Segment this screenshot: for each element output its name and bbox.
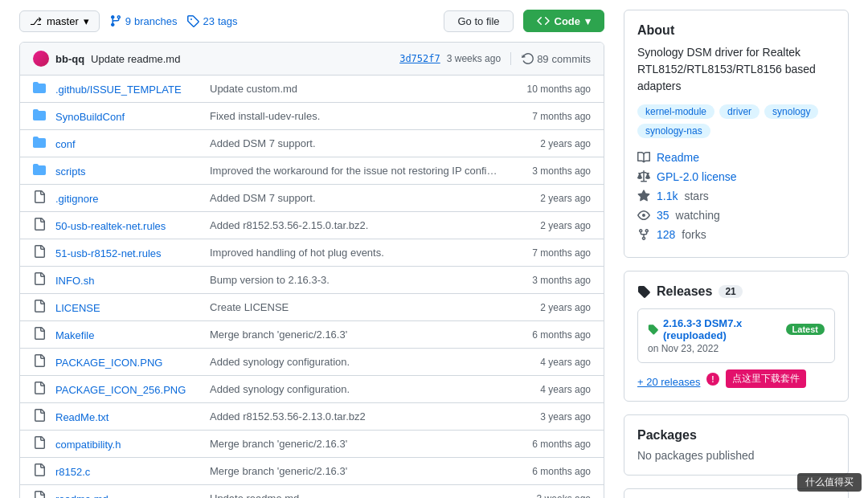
forks-link[interactable]: 128 forks — [637, 225, 835, 244]
file-name-link[interactable]: .gitignore — [55, 193, 98, 205]
file-name-link[interactable]: SynoBuildConf — [55, 111, 125, 123]
file-time: 7 months ago — [510, 111, 591, 122]
file-time: 2 years ago — [510, 138, 591, 149]
code-button[interactable]: Code ▾ — [523, 10, 605, 32]
file-commit-message: Bump version to 2.16.3-3. — [210, 274, 501, 286]
file-icon — [33, 327, 46, 342]
file-icon — [33, 272, 46, 288]
about-title: About — [637, 23, 835, 38]
file-icon — [33, 190, 46, 206]
folder-icon — [33, 136, 46, 151]
file-name-link[interactable]: scripts — [55, 165, 86, 178]
file-icon — [33, 354, 46, 369]
code-label: Code — [555, 15, 581, 27]
file-name-link[interactable]: PACKAGE_ICON_256.PNG — [55, 384, 186, 396]
balance-icon — [637, 170, 650, 183]
table-row: .github/ISSUE_TEMPLATEUpdate custom.md10… — [20, 76, 604, 103]
watermark: 什么值得买 — [797, 473, 862, 492]
about-meta: Readme GPL-2.0 license 1.1k stars 35 wat… — [637, 148, 835, 244]
go-to-file-button[interactable]: Go to file — [444, 10, 513, 32]
file-name-link[interactable]: 50-usb-realtek-net.rules — [55, 220, 166, 232]
download-tooltip[interactable]: 点这里下载套件 — [726, 369, 806, 388]
license-link[interactable]: GPL-2.0 license — [637, 167, 835, 186]
file-name-link[interactable]: conf — [55, 138, 76, 150]
file-name-link[interactable]: Makefile — [55, 329, 94, 341]
file-time: 6 months ago — [510, 466, 591, 477]
alert-icon: ! — [706, 373, 719, 386]
branches-count: 9 — [125, 15, 131, 27]
file-name-link[interactable]: LICENSE — [55, 302, 100, 314]
topic-badge[interactable]: driver — [719, 104, 760, 119]
watching-link[interactable]: 35 watching — [637, 206, 835, 225]
file-name-link[interactable]: readme.md — [55, 493, 108, 499]
file-time: 2 years ago — [510, 220, 591, 231]
file-name-link[interactable]: PACKAGE_ICON.PNG — [55, 357, 162, 369]
file-time: 3 months ago — [510, 165, 591, 177]
about-description: Synology DSM driver for Realtek RTL8152/… — [637, 44, 835, 95]
file-commit-message: Improved handling of hot plug events. — [210, 247, 501, 259]
tags-link[interactable]: 23 tags — [186, 14, 237, 27]
branch-count-icon — [109, 14, 122, 27]
commits-count: 89 — [537, 53, 548, 65]
file-commit-message: Added synology configuration. — [210, 383, 501, 395]
file-name-link[interactable]: ReadMe.txt — [55, 411, 108, 423]
file-commit-message: Added synology configuration. — [210, 356, 501, 368]
file-name-link[interactable]: compatibility.h — [55, 439, 121, 451]
file-commit-message: Fixed install-udev-rules. — [210, 110, 501, 122]
code-icon — [537, 14, 550, 27]
readme-link[interactable]: Readme — [637, 148, 835, 167]
commit-hash-link[interactable]: 3d752f7 — [399, 53, 440, 64]
release-version-link[interactable]: 2.16.3-3 DSM7.x (reuploaded) — [663, 317, 781, 341]
file-time: 6 months ago — [510, 439, 591, 450]
stars-label: stars — [684, 190, 708, 202]
file-time: 4 years ago — [510, 357, 591, 368]
file-name-link[interactable]: .github/ISSUE_TEMPLATE — [55, 84, 182, 96]
file-table: .github/ISSUE_TEMPLATEUpdate custom.md10… — [20, 76, 604, 498]
watching-label: watching — [676, 209, 720, 222]
license-link-text[interactable]: GPL-2.0 license — [657, 170, 737, 183]
file-commit-message: Merge branch 'generic/2.16.3' — [210, 465, 501, 477]
more-releases-link[interactable]: + 20 releases — [637, 376, 700, 388]
watching-count[interactable]: 35 — [657, 209, 669, 222]
sidebar: About Synology DSM driver for Realtek RT… — [624, 10, 849, 498]
packages-section: Packages No packages published — [624, 414, 849, 476]
releases-count: 21 — [719, 285, 742, 298]
file-icon — [33, 463, 46, 479]
history-icon — [521, 52, 534, 65]
file-name-link[interactable]: 51-usb-r8152-net.rules — [55, 247, 162, 259]
branch-selector[interactable]: ⎇ master ▾ — [19, 10, 100, 32]
file-commit-message: Added r8152.53.56-2.13.0.tar.bz2 — [210, 410, 501, 422]
file-commit-message: Update readme.md — [210, 492, 501, 498]
branches-link[interactable]: 9 branches — [109, 14, 178, 27]
table-row: ReadMe.txtAdded r8152.53.56-2.13.0.tar.b… — [20, 403, 604, 431]
file-commit-message: Added DSM 7 support. — [210, 192, 501, 204]
commit-bar: bb-qq Update readme.md 3d752f7 3 weeks a… — [20, 43, 604, 76]
commits-count-link[interactable]: 89 commits — [510, 52, 591, 65]
file-time: 4 years ago — [510, 384, 591, 395]
commit-author-name[interactable]: bb-qq — [55, 53, 84, 65]
code-chevron-icon: ▾ — [585, 15, 591, 27]
topic-badge[interactable]: synology-nas — [637, 124, 710, 138]
commit-time: 3 weeks ago — [447, 53, 501, 64]
readme-link-text[interactable]: Readme — [657, 151, 699, 164]
file-name-link[interactable]: r8152.c — [55, 466, 90, 478]
stars-link[interactable]: 1.1k stars — [637, 186, 835, 206]
file-name-link[interactable]: INFO.sh — [55, 275, 94, 287]
release-tag-icon — [648, 323, 658, 336]
table-row: SynoBuildConfFixed install-udev-rules.7 … — [20, 103, 604, 130]
table-row: .gitignoreAdded DSM 7 support.2 years ag… — [20, 185, 604, 212]
stars-count[interactable]: 1.1k — [657, 190, 678, 202]
releases-section: Releases 21 2.16.3-3 DSM7.x (reuploaded)… — [624, 271, 849, 402]
forks-count[interactable]: 128 — [657, 228, 675, 241]
file-icon — [33, 382, 46, 397]
topic-badge[interactable]: kernel-module — [637, 104, 714, 119]
file-commit-message: Improved the workaround for the issue no… — [210, 165, 501, 177]
table-row: LICENSECreate LICENSE2 years ago — [20, 294, 604, 321]
star-icon — [637, 190, 650, 202]
file-time: 7 months ago — [510, 247, 591, 259]
file-time: 3 weeks ago — [510, 493, 591, 499]
eye-icon — [637, 209, 650, 222]
latest-release-item[interactable]: 2.16.3-3 DSM7.x (reuploaded) Latest on N… — [637, 308, 835, 363]
topic-badge[interactable]: synology — [764, 104, 818, 119]
tags-count: 23 — [203, 15, 214, 27]
